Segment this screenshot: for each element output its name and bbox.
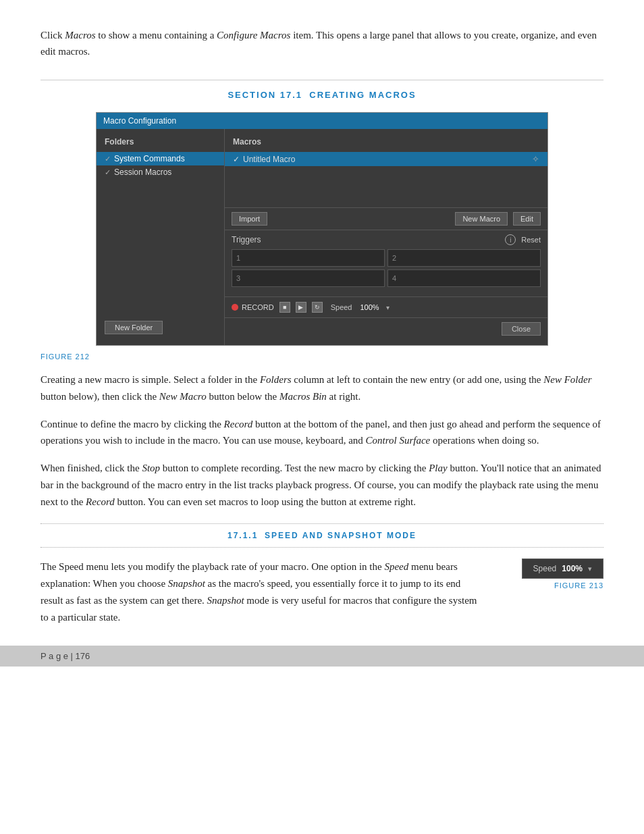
snapshot-section: The Speed menu lets you modify the playb… xyxy=(41,558,603,625)
intro-configure-italic: Configure Macros xyxy=(217,30,290,41)
speed-dropdown-arrow-icon[interactable]: ▾ xyxy=(588,565,592,573)
body-p3-b: button to complete recording. Test the n… xyxy=(160,463,429,473)
folders-header: Folders xyxy=(97,134,224,152)
intro-paragraph: Click Macros to show a menu containing a… xyxy=(41,27,603,59)
triggers-right: i Reset xyxy=(505,234,541,245)
macro-panel-body: Folders ✓ System Commands ✓ Session Macr… xyxy=(97,129,547,345)
body-p3-d: button. You can even set macros to loop … xyxy=(115,496,416,507)
snap-p1-speed: Speed xyxy=(384,561,408,572)
panel-close-bar: Close xyxy=(225,317,547,340)
page-number: P a g e | 176 xyxy=(41,651,90,661)
record-button[interactable]: RECORD xyxy=(232,303,274,311)
body-p2-record: Record xyxy=(224,419,253,429)
body-paragraph-1: Creating a new macro is simple. Select a… xyxy=(41,371,603,405)
macro-panel-title-bar: Macro Configuration xyxy=(97,113,547,129)
folders-bottom: New Folder xyxy=(97,315,224,340)
folder-item-session-macros[interactable]: ✓ Session Macros xyxy=(97,165,224,179)
body-p3-a: When finished, click the xyxy=(41,463,142,473)
new-macro-button[interactable]: New Macro xyxy=(455,212,508,226)
section-prefix: SECTION 17.1 xyxy=(227,90,302,100)
body-p3-record: Record xyxy=(86,496,115,507)
slot-number: 2 xyxy=(392,254,396,262)
folder-label: Session Macros xyxy=(114,167,171,177)
body-p2-cs: Control Surface xyxy=(366,435,431,446)
section-heading: SECTION 17.1 CREATING MACROS xyxy=(41,80,603,100)
check-icon: ✓ xyxy=(105,155,111,163)
body-p1-b: column at left to contain the new entry … xyxy=(292,374,544,385)
record-dot-icon xyxy=(232,304,238,311)
figure-213-label: FIGURE 213 xyxy=(554,581,603,590)
macro-item-untitled[interactable]: ✓ Untitled Macro ✧ xyxy=(225,152,547,166)
triggers-header: Triggers i Reset xyxy=(232,234,541,245)
body-paragraph-2: Continue to define the macro by clicking… xyxy=(41,416,603,450)
check-icon: ✓ xyxy=(105,168,111,177)
section-title: CREATING MACROS xyxy=(309,90,416,100)
speed-widget-value: 100% xyxy=(562,564,583,573)
body-p1-a: Creating a new macro is simple. Select a… xyxy=(41,374,260,385)
macros-column: Macros ✓ Untitled Macro ✧ Import New Mac… xyxy=(225,129,547,345)
triggers-label: Triggers xyxy=(232,235,261,244)
trigger-slot-3[interactable]: 3 xyxy=(232,269,385,287)
body-p1-folders: Folders xyxy=(260,374,292,385)
close-button[interactable]: Close xyxy=(502,322,541,336)
intro-text-2: to show a menu containing a xyxy=(96,30,217,41)
snap-p1-snapshot: Snapshot xyxy=(168,578,205,589)
trigger-slot-1[interactable]: 1 xyxy=(232,249,385,267)
folder-item-system-commands[interactable]: ✓ System Commands xyxy=(97,152,224,165)
check-icon: ✓ xyxy=(233,155,240,164)
body-p3-stop: Stop xyxy=(142,463,160,473)
body-p1-c: button below), then click the xyxy=(41,391,159,402)
star-icon: ✧ xyxy=(532,154,539,164)
macro-config-panel: Macro Configuration Folders ✓ System Com… xyxy=(96,112,548,346)
body-p1-e: at right. xyxy=(327,391,360,402)
subsection-title: SPEED AND SNAPSHOT MODE xyxy=(265,531,417,540)
macro-item-label: Untitled Macro xyxy=(243,155,295,164)
info-icon[interactable]: i xyxy=(505,234,516,245)
body-p1-new-macro: New Macro xyxy=(159,391,207,402)
page-footer: P a g e | 176 xyxy=(0,646,644,667)
speed-widget: Speed 100% ▾ xyxy=(522,558,603,579)
speed-widget-container: Speed 100% ▾ FIGURE 213 xyxy=(495,558,603,590)
speed-value: 100% xyxy=(360,303,379,311)
body-p2-a: Continue to define the macro by clicking… xyxy=(41,419,224,429)
record-label: RECORD xyxy=(242,303,274,311)
slot-number: 1 xyxy=(236,254,240,262)
slot-number: 4 xyxy=(392,274,396,282)
speed-widget-label: Speed xyxy=(533,564,557,573)
folder-label: System Commands xyxy=(114,154,185,163)
macros-list: ✓ Untitled Macro ✧ xyxy=(225,152,547,207)
snapshot-paragraph: The Speed menu lets you modify the playb… xyxy=(41,558,482,625)
subsection-heading: 17.1.1 SPEED AND SNAPSHOT MODE xyxy=(41,523,603,548)
speed-dropdown-icon[interactable]: ▾ xyxy=(386,304,390,311)
macro-item-left: ✓ Untitled Macro xyxy=(233,155,295,164)
intro-text-1: Click xyxy=(41,30,65,41)
body-p1-new-folder: New Folder xyxy=(543,374,591,385)
snap-p1-snapshot2: Snapshot xyxy=(207,595,244,606)
edit-button[interactable]: Edit xyxy=(513,212,541,226)
subsection-prefix: 17.1.1 xyxy=(227,531,258,540)
macro-panel-title: Macro Configuration xyxy=(103,116,176,126)
reset-button[interactable]: Reset xyxy=(521,236,541,244)
speed-label: Speed xyxy=(331,303,352,311)
body-p3-play: Play xyxy=(429,463,448,473)
snap-p1-a: The Speed menu lets you modify the playb… xyxy=(41,561,384,572)
body-p2-c: operations when doing so. xyxy=(430,435,539,446)
import-button[interactable]: Import xyxy=(232,212,267,226)
triggers-section: Triggers i Reset 1 2 xyxy=(225,230,547,296)
body-paragraph-3: When finished, click the Stop button to … xyxy=(41,460,603,510)
trigger-slots-grid: 1 2 3 4 xyxy=(232,249,541,287)
trigger-slot-2[interactable]: 2 xyxy=(387,249,541,267)
trigger-slot-4[interactable]: 4 xyxy=(387,269,541,287)
new-folder-button[interactable]: New Folder xyxy=(105,321,163,334)
folders-column: Folders ✓ System Commands ✓ Session Macr… xyxy=(97,129,225,345)
loop-button[interactable]: ↻ xyxy=(312,302,323,313)
macro-action-bar: Import New Macro Edit xyxy=(225,207,547,230)
slot-number: 3 xyxy=(236,274,240,282)
body-p1-d: button below the xyxy=(207,391,279,402)
record-bar: RECORD ■ ▶ ↻ Speed 100% ▾ xyxy=(225,296,547,317)
macros-header: Macros xyxy=(225,134,547,152)
body-p1-macros-bin: Macros Bin xyxy=(279,391,327,402)
intro-macros-italic: Macros xyxy=(65,30,95,41)
stop-button[interactable]: ■ xyxy=(279,302,290,313)
play-button[interactable]: ▶ xyxy=(296,302,306,313)
